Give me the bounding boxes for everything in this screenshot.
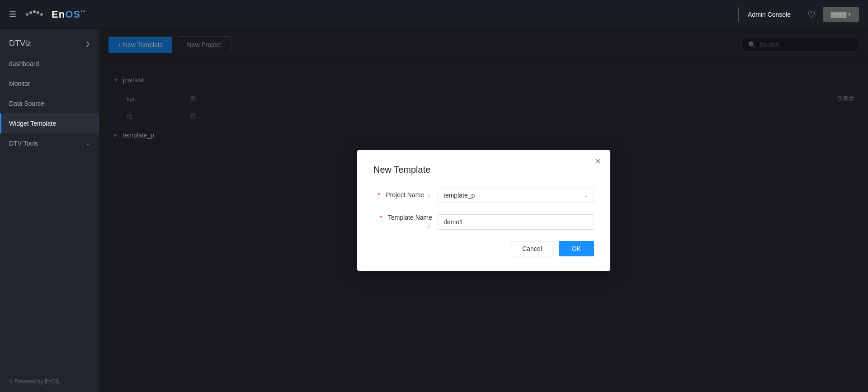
template-name-label: ＊ Template Name ： <box>373 214 432 230</box>
sidebar-item-dashboard-label: dashboard <box>9 60 39 67</box>
cancel-button[interactable]: Cancel <box>511 241 553 256</box>
sidebar-footer: © Powered by EnOS <box>0 371 99 392</box>
chevron-down-icon: ⌄ <box>85 140 90 146</box>
admin-console-button[interactable]: Admin Console <box>738 7 800 22</box>
sidebar-item-dtv-tools[interactable]: DTV Tools ⌄ <box>0 133 99 153</box>
logo-text: EnOS™ <box>52 9 86 20</box>
template-name-label-text: Template Name ： <box>388 214 432 229</box>
sidebar-item-data-source-label: Data Source <box>9 100 44 107</box>
project-name-select-wrapper: template_p ⌄ <box>438 188 594 203</box>
ok-button[interactable]: OK <box>559 241 594 256</box>
project-name-label: ＊ Project Name ： <box>373 191 432 199</box>
project-name-label-text: Project Name ： <box>386 191 432 198</box>
sidebar: DTViz ❯ dashboard Monitor Data Source Wi… <box>0 29 99 392</box>
logo: EnOS™ <box>25 9 738 20</box>
logo-dots-icon <box>25 9 48 20</box>
powered-by-label: © Powered by EnOS <box>9 378 59 385</box>
topbar: ☰ EnOS™ Admin Console ♡ ▓▓▓▓ ▾ <box>0 0 868 29</box>
svg-point-0 <box>26 13 28 16</box>
sidebar-item-widget-template-label: Widget Template <box>9 120 56 127</box>
main-layout: DTViz ❯ dashboard Monitor Data Source Wi… <box>0 29 868 392</box>
sidebar-item-monitor-label: Monitor <box>9 80 30 87</box>
sidebar-item-data-source[interactable]: Data Source <box>0 94 99 113</box>
topbar-right: Admin Console ♡ ▓▓▓▓ ▾ <box>738 7 859 22</box>
modal-overlay: ✕ New Template ＊ Project Name ： template… <box>99 29 868 392</box>
modal-close-button[interactable]: ✕ <box>594 157 601 165</box>
required-star-project: ＊ <box>376 191 382 198</box>
modal-title: New Template <box>373 165 594 175</box>
svg-point-1 <box>29 11 32 14</box>
form-row-project-name: ＊ Project Name ： template_p ⌄ <box>373 188 594 203</box>
user-avatar[interactable]: ▓▓▓▓ ▾ <box>823 7 859 22</box>
form-row-template-name: ＊ Template Name ： <box>373 214 594 230</box>
new-template-modal: ✕ New Template ＊ Project Name ： template… <box>357 150 610 271</box>
sidebar-brand-chevron-icon: ❯ <box>85 41 90 47</box>
logo-trademark: ™ <box>80 9 86 14</box>
svg-point-3 <box>37 11 39 14</box>
sidebar-item-dtv-tools-label: DTV Tools <box>9 140 38 147</box>
sidebar-brand[interactable]: DTViz ❯ <box>0 33 99 54</box>
bell-icon[interactable]: ♡ <box>807 9 816 20</box>
menu-icon[interactable]: ☰ <box>9 9 16 19</box>
modal-actions: Cancel OK <box>373 241 594 256</box>
sidebar-item-widget-template[interactable]: Widget Template <box>0 113 99 133</box>
project-name-select[interactable]: template_p <box>438 188 594 203</box>
svg-point-4 <box>40 13 43 16</box>
svg-point-2 <box>33 10 36 13</box>
required-star-template: ＊ <box>378 214 384 221</box>
content-area: + New Template New Project 🔍 ▼ jcwTest ✎… <box>99 29 868 392</box>
sidebar-item-monitor[interactable]: Monitor <box>0 74 99 94</box>
sidebar-item-dashboard[interactable]: dashboard <box>0 54 99 74</box>
sidebar-brand-label: DTViz <box>9 39 31 48</box>
template-name-input[interactable] <box>438 214 594 230</box>
